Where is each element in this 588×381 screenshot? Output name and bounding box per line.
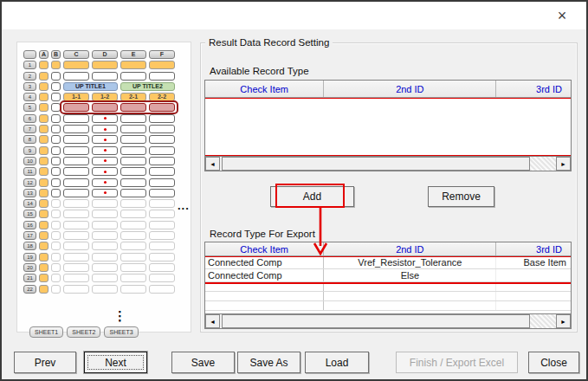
grid-cell bbox=[39, 72, 48, 81]
close-label: Close bbox=[540, 357, 567, 369]
grid-cell bbox=[63, 285, 89, 294]
table-cell bbox=[495, 301, 571, 310]
sheet-tab-sheet1[interactable]: SHEET1 bbox=[29, 326, 63, 338]
finish-export-excel-button[interactable]: Finish / Export Excel bbox=[396, 352, 518, 373]
scrollbar-track[interactable] bbox=[530, 314, 556, 328]
grid-cell bbox=[63, 231, 89, 240]
empty-row[interactable] bbox=[205, 301, 571, 311]
column-header[interactable]: 3rd ID bbox=[495, 242, 571, 255]
close-button[interactable]: Close bbox=[528, 352, 579, 373]
table-cell bbox=[205, 301, 323, 310]
save-button[interactable]: Save bbox=[171, 352, 235, 373]
empty-row[interactable] bbox=[205, 282, 571, 292]
scrollbar-thumb[interactable] bbox=[222, 157, 530, 171]
empty-row[interactable] bbox=[205, 292, 571, 301]
grid-cell bbox=[39, 146, 48, 155]
remove-button-label: Remove bbox=[442, 190, 481, 203]
grid-row: 15 bbox=[23, 210, 175, 218]
load-button[interactable]: Load bbox=[305, 352, 369, 373]
scroll-right-icon[interactable]: ► bbox=[556, 157, 571, 171]
grid-cell bbox=[51, 167, 61, 176]
grid-row: 19 bbox=[23, 253, 175, 262]
sheet-tab-sheet2[interactable]: SHEET2 bbox=[67, 326, 100, 338]
grid-cell bbox=[120, 221, 146, 229]
save-as-button[interactable]: Save As bbox=[237, 352, 300, 373]
horizontal-scrollbar[interactable]: ◄► bbox=[205, 313, 571, 328]
table-body[interactable]: Connected CompVref_Resistor_ToleranceBas… bbox=[205, 256, 571, 313]
grid-cell: C bbox=[63, 50, 89, 59]
grid-cell bbox=[39, 242, 48, 250]
grid-cell bbox=[149, 72, 175, 81]
table-cell bbox=[495, 282, 571, 291]
grid-cell: 6 bbox=[23, 114, 36, 123]
grid-row: 18 bbox=[23, 242, 175, 250]
grid-cell: 3 bbox=[23, 82, 36, 91]
titlebar: × bbox=[2, 2, 586, 29]
scroll-left-icon[interactable]: ◄ bbox=[205, 157, 220, 171]
grid-cell bbox=[92, 146, 118, 155]
grid-cell bbox=[149, 61, 175, 69]
sheet-tab-sheet3[interactable]: SHEET3 bbox=[104, 326, 138, 338]
grid-cell: 9 bbox=[23, 146, 36, 155]
grid-cell bbox=[39, 231, 48, 240]
grid-cell bbox=[149, 135, 175, 144]
grid-cell bbox=[51, 178, 61, 187]
finish-label: Finish / Export Excel bbox=[410, 357, 504, 369]
grid-cell bbox=[51, 274, 61, 282]
grid-cell bbox=[51, 231, 61, 240]
grid-cell bbox=[39, 82, 48, 91]
grid-cell: 21 bbox=[23, 274, 36, 282]
grid-cell bbox=[92, 125, 118, 133]
grid-cell bbox=[120, 167, 146, 176]
grid-cell: UP TITLE1 bbox=[63, 82, 118, 91]
grid-cell bbox=[63, 253, 89, 262]
remove-button[interactable]: Remove bbox=[428, 186, 494, 207]
close-icon[interactable]: × bbox=[550, 4, 574, 27]
grid-cell bbox=[120, 189, 146, 197]
scroll-right-icon[interactable]: ► bbox=[556, 314, 571, 328]
grid-cell bbox=[39, 61, 48, 69]
column-header[interactable]: Check Item bbox=[205, 242, 323, 255]
available-record-table[interactable]: Check Item2nd ID3rd ID◄► bbox=[204, 80, 572, 171]
scroll-left-icon[interactable]: ◄ bbox=[205, 314, 220, 328]
grid-row: 11 bbox=[23, 167, 175, 176]
column-header[interactable]: Check Item bbox=[205, 81, 323, 97]
grid-cell bbox=[23, 50, 36, 59]
grid-cell bbox=[120, 199, 146, 208]
table-cell bbox=[205, 282, 323, 291]
export-record-table[interactable]: Check Item2nd ID3rd IDConnected CompVref… bbox=[204, 242, 572, 329]
grid-cell bbox=[63, 72, 89, 81]
table-row[interactable]: Connected CompVref_Resistor_ToleranceBas… bbox=[205, 256, 571, 269]
grid-cell bbox=[39, 285, 48, 294]
grid-cell: 12 bbox=[23, 178, 36, 187]
grid-cell bbox=[149, 103, 175, 112]
grid-cell bbox=[120, 157, 146, 165]
grid-cell bbox=[120, 274, 146, 282]
scrollbar-thumb[interactable] bbox=[222, 314, 530, 328]
next-button[interactable]: Next bbox=[84, 352, 147, 373]
grid-cell bbox=[92, 72, 118, 81]
save-label: Save bbox=[191, 357, 215, 369]
grid-cell bbox=[51, 242, 61, 250]
scrollbar-track[interactable] bbox=[530, 157, 556, 171]
table-cell bbox=[205, 292, 323, 300]
grid-cell: 4 bbox=[23, 93, 36, 101]
column-header[interactable]: 2nd ID bbox=[323, 242, 495, 255]
horizontal-scrollbar[interactable]: ◄► bbox=[205, 156, 571, 171]
grid-row: 14 bbox=[23, 199, 175, 208]
save-as-label: Save As bbox=[249, 357, 288, 369]
grid-cell bbox=[149, 157, 175, 165]
highlighted-row-group bbox=[60, 100, 178, 114]
add-button[interactable]: Add bbox=[270, 186, 354, 207]
grid-cell: 2 bbox=[23, 72, 36, 81]
table-row[interactable]: Connected CompElse bbox=[205, 269, 571, 282]
prev-button[interactable]: Prev bbox=[14, 352, 76, 373]
grid-cell bbox=[51, 157, 61, 165]
grid-cell: 15 bbox=[23, 210, 36, 218]
grid-cell bbox=[39, 274, 48, 282]
column-header[interactable]: 2nd ID bbox=[323, 81, 495, 97]
table-body[interactable] bbox=[205, 98, 571, 156]
column-header[interactable]: 3rd ID bbox=[495, 81, 571, 97]
grid-cell: 22 bbox=[23, 285, 36, 294]
grid-cell bbox=[149, 285, 175, 294]
